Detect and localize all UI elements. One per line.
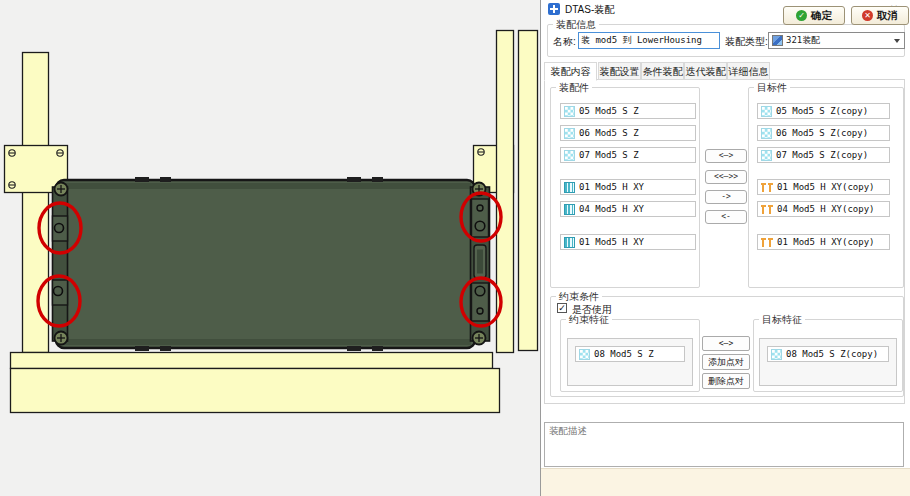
surface-icon xyxy=(564,150,575,161)
ok-button[interactable]: ✓ 确定 xyxy=(783,6,845,25)
screen: DTAS-装配 – □ ✕ 装配信息 名称: 装配类型: 321装配 装配内容 … xyxy=(0,0,910,496)
list-item-label: 01 Mod5 H XY(copy) xyxy=(777,237,875,247)
list-item-label: 04 Mod5 H XY(copy) xyxy=(777,204,875,214)
assembly-type-icon xyxy=(772,35,783,46)
group-target-feature-label: 目标特征 xyxy=(759,314,805,325)
target-list-item[interactable]: 01 Mod5 H XY(copy) xyxy=(757,179,890,195)
lower-housing-plate xyxy=(53,177,490,351)
left-rail xyxy=(53,187,68,341)
map-all-button[interactable]: <<—>> xyxy=(705,170,747,184)
list-item-label: 06 Mod5 S Z xyxy=(579,128,639,138)
target-list-item[interactable]: 04 Mod5 H XY(copy) xyxy=(757,201,890,217)
cancel-x-icon: ✕ xyxy=(862,10,873,21)
surface-icon xyxy=(771,349,782,360)
list-item-label: 05 Mod5 S Z xyxy=(579,106,639,116)
add-point-pair-button[interactable]: 添加点对 xyxy=(702,354,750,370)
move-left-button[interactable]: <- xyxy=(705,210,747,224)
target-list-item[interactable]: 05 Mod5 S Z(copy) xyxy=(757,103,890,119)
map-pair-button[interactable]: <—> xyxy=(705,149,747,163)
assembly-type-select[interactable]: 321装配 xyxy=(768,32,905,49)
group-assembly-info-label: 装配信息 xyxy=(553,19,599,30)
list-item-label: 01 Mod5 H XY xyxy=(579,182,644,192)
source-list-item[interactable]: 05 Mod5 S Z xyxy=(560,103,696,119)
cancel-button-label: 取消 xyxy=(877,9,898,23)
group-constraint-label: 约束条件 xyxy=(556,291,602,302)
target-list-item[interactable]: 01 Mod5 H XY(copy) xyxy=(757,234,890,250)
source-list-item[interactable]: 01 Mod5 H XY xyxy=(560,179,696,195)
source-list-item[interactable]: 01 Mod5 H XY xyxy=(560,234,696,250)
list-item-label: 01 Mod5 H XY(copy) xyxy=(777,182,875,192)
name-label: 名称: xyxy=(553,35,576,49)
surface-icon xyxy=(579,349,590,360)
list-item-label: 08 Mod5 S Z(copy) xyxy=(786,349,878,359)
source-list-item[interactable]: 06 Mod5 S Z xyxy=(560,125,696,141)
map-point-pair-button[interactable]: <—> xyxy=(702,336,750,351)
window-title: DTAS-装配 xyxy=(565,3,614,17)
assembly-type-label: 装配类型: xyxy=(725,35,768,49)
move-right-button[interactable]: -> xyxy=(705,190,747,204)
tab-details[interactable]: 详细信息 xyxy=(727,62,770,80)
assembly-description-textarea[interactable] xyxy=(544,422,904,467)
tab-conditional-assembly[interactable]: 条件装配 xyxy=(641,62,684,80)
pin-icon xyxy=(761,238,773,247)
assembly-type-value: 321装配 xyxy=(786,34,891,47)
right-rail xyxy=(471,187,490,341)
dialog-footer xyxy=(541,468,910,496)
group-constraint-feature-label: 约束特征 xyxy=(566,314,612,325)
source-list-item[interactable]: 07 Mod5 S Z xyxy=(560,147,696,163)
group-target-parts-label: 目标件 xyxy=(754,82,790,93)
dtas-logo-icon xyxy=(548,3,560,15)
hole-icon xyxy=(564,237,575,248)
list-item-label: 07 Mod5 S Z(copy) xyxy=(776,150,868,160)
hole-icon xyxy=(564,182,575,193)
list-item-label: 08 Mod5 S Z xyxy=(594,349,654,359)
ok-check-icon: ✓ xyxy=(796,10,807,21)
list-item-label: 06 Mod5 S Z(copy) xyxy=(776,128,868,138)
assembly-name-input[interactable] xyxy=(578,32,720,49)
tab-assembly-settings[interactable]: 装配设置 xyxy=(598,62,641,80)
list-item-label: 05 Mod5 S Z(copy) xyxy=(776,106,868,116)
cancel-button[interactable]: ✕ 取消 xyxy=(851,6,909,25)
group-source-parts-label: 装配件 xyxy=(556,82,592,93)
list-item-label: 04 Mod5 H XY xyxy=(579,204,644,214)
tab-iterative-assembly[interactable]: 迭代装配 xyxy=(684,62,727,80)
tab-assembly-content[interactable]: 装配内容 xyxy=(544,62,597,81)
list-item-label: 07 Mod5 S Z xyxy=(579,150,639,160)
surface-icon xyxy=(761,150,772,161)
pin-icon xyxy=(761,183,773,192)
constraint-feature-item[interactable]: 08 Mod5 S Z xyxy=(575,346,685,362)
dtas-assembly-dialog: DTAS-装配 – □ ✕ 装配信息 名称: 装配类型: 321装配 装配内容 … xyxy=(540,0,910,496)
cad-viewport[interactable] xyxy=(0,0,540,496)
surface-icon xyxy=(564,128,575,139)
list-item-label: 01 Mod5 H XY xyxy=(579,237,644,247)
surface-icon xyxy=(761,106,772,117)
surface-icon xyxy=(761,128,772,139)
target-feature-item[interactable]: 08 Mod5 S Z(copy) xyxy=(767,346,889,362)
pin-icon xyxy=(761,205,773,214)
cad-scene xyxy=(0,0,540,496)
delete-point-pair-button[interactable]: 删除点对 xyxy=(702,373,750,389)
chevron-down-icon xyxy=(894,39,900,43)
target-list-item[interactable]: 06 Mod5 S Z(copy) xyxy=(757,125,890,141)
hole-icon xyxy=(564,204,575,215)
use-constraint-checkbox[interactable]: ✓ xyxy=(557,303,567,313)
ok-button-label: 确定 xyxy=(811,9,832,23)
surface-icon xyxy=(564,106,575,117)
target-list-item[interactable]: 07 Mod5 S Z(copy) xyxy=(757,147,890,163)
source-list-item[interactable]: 04 Mod5 H XY xyxy=(560,201,696,217)
